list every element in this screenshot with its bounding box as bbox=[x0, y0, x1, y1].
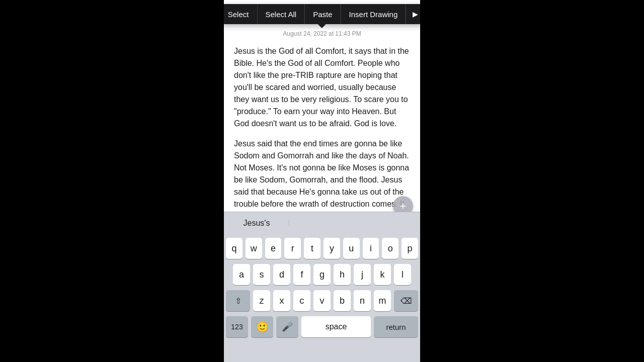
key-h[interactable]: h bbox=[334, 264, 351, 285]
key-a[interactable]: a bbox=[233, 264, 250, 285]
mic-key[interactable]: 🎤 bbox=[276, 316, 298, 337]
keyboard: q w e r t y u i o p a s d f g h j k l ⇧ bbox=[224, 234, 420, 362]
key-r[interactable]: r bbox=[284, 238, 301, 259]
select-button[interactable]: Select bbox=[224, 4, 257, 24]
key-n[interactable]: n bbox=[354, 290, 371, 311]
select-all-button[interactable]: Select All bbox=[257, 4, 305, 24]
key-i[interactable]: i bbox=[363, 238, 379, 259]
autocomplete-item-1[interactable]: Jesus's bbox=[224, 219, 289, 228]
key-g[interactable]: g bbox=[313, 264, 331, 285]
key-x[interactable]: x bbox=[273, 290, 290, 311]
paragraph-2: Jesus said that the end times are gonna … bbox=[234, 138, 410, 222]
context-menu-more-button[interactable]: ▶ bbox=[406, 4, 420, 24]
key-b[interactable]: b bbox=[334, 290, 351, 311]
keyboard-bottom-row: 123 🙂 🎤 space return bbox=[226, 316, 418, 337]
key-k[interactable]: k bbox=[374, 264, 391, 285]
keyboard-row-1: q w e r t y u i o p bbox=[226, 238, 418, 259]
space-key[interactable]: space bbox=[301, 316, 371, 337]
key-u[interactable]: u bbox=[343, 238, 360, 259]
insert-drawing-button[interactable]: Insert Drawing bbox=[341, 4, 407, 24]
key-l[interactable]: l bbox=[394, 264, 411, 285]
key-v[interactable]: v bbox=[313, 290, 331, 311]
paste-button[interactable]: Paste bbox=[305, 4, 341, 24]
key-p[interactable]: p bbox=[401, 238, 418, 259]
key-j[interactable]: j bbox=[354, 264, 371, 285]
emoji-key[interactable]: 🙂 bbox=[251, 316, 273, 337]
keyboard-row-3: ⇧ z x c v b n m ⌫ bbox=[226, 290, 418, 311]
key-t[interactable]: t bbox=[304, 238, 320, 259]
numbers-key[interactable]: 123 bbox=[226, 316, 248, 337]
text-body: Jesus is the God of all Comfort, it says… bbox=[234, 45, 410, 222]
delete-icon: ⌫ bbox=[400, 296, 412, 306]
key-s[interactable]: s bbox=[253, 264, 270, 285]
key-z[interactable]: z bbox=[253, 290, 270, 311]
timestamp: August 24, 2022 at 11:43 PM bbox=[234, 30, 410, 37]
context-menu: Select Select All Paste Insert Drawing ▶ bbox=[224, 4, 420, 24]
key-y[interactable]: y bbox=[324, 238, 340, 259]
key-c[interactable]: c bbox=[293, 290, 310, 311]
key-e[interactable]: e bbox=[265, 238, 282, 259]
return-key[interactable]: return bbox=[374, 316, 418, 337]
key-m[interactable]: m bbox=[374, 290, 391, 311]
keyboard-row-2: a s d f g h j k l bbox=[226, 264, 418, 285]
key-f[interactable]: f bbox=[293, 264, 310, 285]
shift-key[interactable]: ⇧ bbox=[226, 290, 250, 311]
delete-key[interactable]: ⌫ bbox=[394, 290, 418, 311]
shift-icon: ⇧ bbox=[235, 296, 242, 306]
paragraph-1: Jesus is the God of all Comfort, it says… bbox=[234, 45, 410, 130]
key-w[interactable]: w bbox=[246, 238, 262, 259]
autocomplete-bar: Jesus's bbox=[224, 212, 420, 234]
key-d[interactable]: d bbox=[273, 264, 290, 285]
key-q[interactable]: q bbox=[226, 238, 243, 259]
key-o[interactable]: o bbox=[382, 238, 398, 259]
